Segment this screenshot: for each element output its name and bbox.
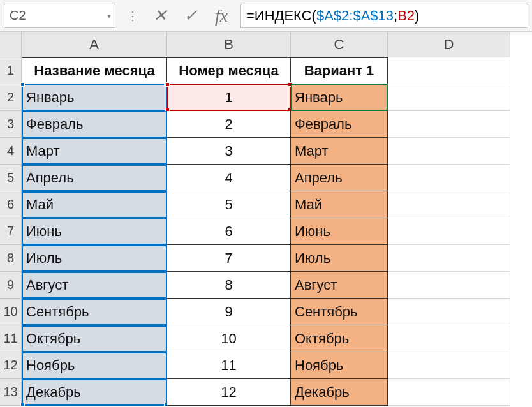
row-header[interactable]: 7 bbox=[0, 218, 22, 245]
cell[interactable]: 5 bbox=[167, 191, 291, 218]
formula-input[interactable]: =ИНДЕКС($A$2:$A$13;B2) bbox=[240, 4, 528, 28]
cell[interactable]: Ноябрь bbox=[22, 352, 167, 379]
cell[interactable]: Сентябрь bbox=[291, 299, 388, 325]
column-header[interactable]: D bbox=[388, 32, 510, 57]
row-header[interactable]: 9 bbox=[0, 272, 22, 299]
column-headers: A B C D bbox=[22, 32, 532, 57]
name-box[interactable]: C2 ▾ bbox=[4, 4, 115, 28]
row-header[interactable]: 2 bbox=[0, 84, 22, 111]
cell[interactable]: Март bbox=[22, 138, 167, 165]
cell[interactable]: Вариант 1 bbox=[291, 57, 388, 84]
enter-button[interactable]: ✓ bbox=[175, 4, 206, 28]
cell[interactable]: 12 bbox=[167, 379, 291, 406]
table-row: Ноябрь 11 Ноябрь bbox=[22, 352, 532, 379]
row-header[interactable]: 5 bbox=[0, 165, 22, 191]
range-handle-icon[interactable] bbox=[165, 82, 170, 87]
cell[interactable]: Название месяца bbox=[22, 57, 167, 84]
cell[interactable]: 6 bbox=[167, 218, 291, 245]
cell[interactable] bbox=[388, 245, 510, 272]
cell[interactable]: 11 bbox=[167, 352, 291, 379]
cell[interactable]: 4 bbox=[167, 165, 291, 191]
cell[interactable] bbox=[388, 165, 510, 191]
column-header[interactable]: B bbox=[167, 32, 291, 57]
cell[interactable]: Июнь bbox=[22, 218, 167, 245]
column-header[interactable]: A bbox=[22, 32, 167, 57]
cell[interactable]: 8 bbox=[167, 272, 291, 299]
cell[interactable] bbox=[388, 352, 510, 379]
cell[interactable]: Март bbox=[291, 138, 388, 165]
cell[interactable] bbox=[388, 325, 510, 352]
cell[interactable]: Номер месяца bbox=[167, 57, 291, 84]
cell[interactable]: 3 bbox=[167, 138, 291, 165]
cell[interactable]: Июль bbox=[291, 245, 388, 272]
table-row: Май 5 Май bbox=[22, 191, 532, 218]
row-header[interactable]: 10 bbox=[0, 299, 22, 325]
cell[interactable]: Декабрь bbox=[291, 379, 388, 406]
cell[interactable]: Ноябрь bbox=[291, 352, 388, 379]
row-header[interactable]: 1 bbox=[0, 57, 22, 84]
cell[interactable] bbox=[388, 191, 510, 218]
cell[interactable]: Январь bbox=[22, 84, 167, 111]
row-header[interactable]: 11 bbox=[0, 325, 22, 352]
cell[interactable] bbox=[388, 138, 510, 165]
formula-ref2: B2 bbox=[397, 8, 415, 24]
row-header[interactable]: 3 bbox=[0, 111, 22, 138]
cell[interactable] bbox=[388, 57, 510, 84]
cell[interactable]: Май bbox=[291, 191, 388, 218]
table-row: Январь 1 Январь bbox=[22, 84, 532, 111]
active-cell[interactable]: Январь bbox=[291, 84, 388, 111]
cell[interactable]: Август bbox=[22, 272, 167, 299]
cell[interactable]: Октябрь bbox=[22, 325, 167, 352]
cell[interactable]: Май bbox=[22, 191, 167, 218]
cell[interactable] bbox=[388, 379, 510, 406]
cell[interactable]: Февраль bbox=[291, 111, 388, 138]
row-header[interactable]: 6 bbox=[0, 191, 22, 218]
cell[interactable]: Апрель bbox=[291, 165, 388, 191]
dots-icon: ⋮ bbox=[119, 9, 145, 23]
chevron-down-icon[interactable]: ▾ bbox=[107, 11, 111, 20]
row-header[interactable]: 4 bbox=[0, 138, 22, 165]
cell[interactable]: 2 bbox=[167, 111, 291, 138]
cell[interactable]: 1 bbox=[167, 84, 291, 111]
name-box-value: C2 bbox=[10, 8, 26, 23]
table-row: Декабрь 12 Декабрь bbox=[22, 379, 532, 406]
table-row: Август 8 Август bbox=[22, 272, 532, 299]
cell[interactable] bbox=[388, 218, 510, 245]
row-header[interactable]: 13 bbox=[0, 379, 22, 406]
spreadsheet: 1 2 3 4 5 6 7 8 9 10 11 12 13 A B C D На… bbox=[0, 32, 532, 406]
formula-ref1: $A$2:$A$13 bbox=[316, 8, 394, 24]
row-header[interactable]: 8 bbox=[0, 245, 22, 272]
cell[interactable]: Июль bbox=[22, 245, 167, 272]
cell[interactable]: Август bbox=[291, 272, 388, 299]
table-row: Февраль 2 Февраль bbox=[22, 111, 532, 138]
grid: A B C D Название месяца Номер месяца Вар… bbox=[22, 32, 532, 406]
cell[interactable]: 7 bbox=[167, 245, 291, 272]
select-all-corner[interactable] bbox=[0, 32, 22, 57]
formula-bar: C2 ▾ ⋮ ✕ ✓ fx =ИНДЕКС($A$2:$A$13;B2) bbox=[0, 0, 532, 32]
table-row: Июнь 6 Июнь bbox=[22, 218, 532, 245]
cell[interactable]: Июнь bbox=[291, 218, 388, 245]
table-row: Март 3 Март bbox=[22, 138, 532, 165]
row-header[interactable]: 12 bbox=[0, 352, 22, 379]
cell[interactable]: 10 bbox=[167, 325, 291, 352]
range-handle-icon[interactable] bbox=[20, 403, 25, 406]
cell[interactable] bbox=[388, 272, 510, 299]
formula-prefix: =ИНДЕКС( bbox=[246, 8, 316, 24]
cell[interactable]: Апрель bbox=[22, 165, 167, 191]
column-header[interactable]: C bbox=[291, 32, 388, 57]
cancel-button[interactable]: ✕ bbox=[145, 4, 175, 28]
check-icon: ✓ bbox=[184, 6, 198, 26]
range-handle-icon[interactable] bbox=[20, 82, 25, 87]
cell[interactable] bbox=[388, 111, 510, 138]
cell[interactable]: Декабрь bbox=[22, 379, 167, 406]
cell[interactable]: Сентябрь bbox=[22, 299, 167, 325]
insert-function-button[interactable]: fx bbox=[206, 4, 237, 28]
cell[interactable] bbox=[388, 299, 510, 325]
fx-icon: fx bbox=[215, 6, 228, 26]
table-header-row: Название месяца Номер месяца Вариант 1 bbox=[22, 57, 532, 84]
cell[interactable]: 9 bbox=[167, 299, 291, 325]
cell[interactable]: Октябрь bbox=[291, 325, 388, 352]
cell[interactable]: Февраль bbox=[22, 111, 167, 138]
cell[interactable] bbox=[388, 84, 510, 111]
close-icon: ✕ bbox=[153, 6, 167, 26]
